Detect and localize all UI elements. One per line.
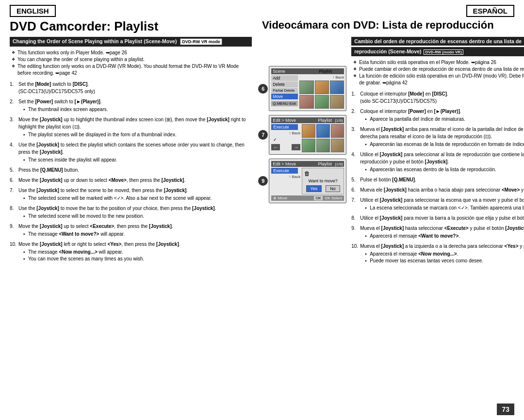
want-to-move-msg: Want to move? bbox=[304, 178, 342, 183]
thumb-grid-6 bbox=[299, 81, 344, 109]
thumb-7-4 bbox=[302, 139, 315, 152]
section-heading-en: Changing the Order of Scene Playing with… bbox=[10, 37, 252, 47]
left-arrow: ← bbox=[271, 144, 280, 150]
step-es-2: 2. Coloque el interruptor [Power] en [►(… bbox=[351, 108, 524, 123]
screen-7-content: Execute ↑ Back ✓ ← → bbox=[271, 124, 344, 152]
title-es: Videocámara con DVD: Lista de reproducci… bbox=[262, 19, 514, 32]
screen-9-left: Execute ↑ Back bbox=[271, 168, 300, 194]
step-8: 8. Use the [Joystick] to move the bar to… bbox=[10, 205, 252, 220]
screens-section: 6 Scene Playlist [1/9] Add Delete Par bbox=[257, 37, 346, 415]
step-10: 10. Move the [Joystick] left or right to… bbox=[10, 241, 252, 262]
step-es-7: 7. Utilice el [Joystick] para selecciona… bbox=[351, 196, 524, 211]
screen-6-wrapper: 6 Scene Playlist [1/9] Add Delete Par bbox=[269, 66, 346, 111]
right-arrow: → bbox=[292, 144, 300, 150]
screen-6-thumbs: ↑ Back bbox=[299, 75, 344, 109]
yes-no-row: Yes No bbox=[304, 185, 342, 192]
section-heading-es-2: reproducción (Scene-Move) DVD-RW (modo V… bbox=[351, 47, 524, 56]
screen-num-6: 6 bbox=[258, 84, 268, 94]
col-english: Changing the Order of Scene Playing with… bbox=[10, 37, 252, 415]
thumb-2 bbox=[315, 81, 329, 94]
screen-6-header: Scene Playlist [1/9] bbox=[271, 68, 344, 74]
step-es-5: 5. Pulse el botón [Q.MENU]. bbox=[351, 176, 524, 183]
no-btn[interactable]: No bbox=[326, 185, 340, 192]
thumb-7-2 bbox=[316, 124, 330, 138]
intro-bullet-es-3: La función de edición sólo está operativ… bbox=[353, 73, 524, 86]
intro-bullets-en: This function works only in Player Mode.… bbox=[10, 49, 252, 77]
step-4: 4. Use the [Joystick] to select the play… bbox=[10, 141, 252, 163]
title-row: DVD Camcorder: Playlist Videocámara con … bbox=[10, 19, 514, 34]
nav-select: OK OK Select bbox=[314, 196, 342, 200]
step-3: 3. Move the [Joystick] up to highlight t… bbox=[10, 116, 252, 138]
screen-9-nav: ⊕ Move OK OK Select bbox=[271, 195, 344, 201]
yes-btn[interactable]: Yes bbox=[306, 185, 322, 192]
espanol-badge: ESPAÑOL bbox=[466, 5, 514, 17]
menu-delete: Delete bbox=[271, 81, 298, 87]
step-1: 1. Set the [Mode] switch to [DISC].(SC-D… bbox=[10, 81, 252, 95]
screen-9-content: Execute ↑ Back 🗑 Want to move? Yes No bbox=[271, 168, 344, 194]
menu-move: Move bbox=[271, 94, 298, 99]
thumb-3 bbox=[330, 81, 344, 94]
screen-6-content: Add Delete Partial Delete Move Q.MENU Ex… bbox=[271, 75, 344, 109]
screen-6-menu: Add Delete Partial Delete Move Q.MENU Ex… bbox=[271, 75, 298, 109]
back-7: ↑ Back bbox=[271, 131, 300, 135]
thumb-7-6 bbox=[331, 139, 344, 152]
step-es-9: 9. Mueva el [Joystick] hasta seleccionar… bbox=[351, 225, 524, 240]
step-7: 7. Use the [Joystick] to select the scen… bbox=[10, 187, 252, 202]
thumb-5 bbox=[315, 95, 329, 109]
intro-bullet-3: The editing function only works on a DVD… bbox=[12, 63, 252, 77]
step-es-8: 8. Utilice el [Joystick] para mover la b… bbox=[351, 214, 524, 222]
execute-bar-7: Execute bbox=[271, 124, 298, 130]
intro-bullet-es-2: Puede cambiar el orden de reproducción d… bbox=[353, 66, 524, 73]
screen-7-header: Edit > Move Playlist [1/9] bbox=[271, 117, 344, 123]
col-espanol: Cambio del orden de reproducción de esce… bbox=[351, 37, 524, 415]
intro-bullets-es: Esta función sólo está operativa en el P… bbox=[351, 59, 524, 86]
screen-7-wrapper: 7 Edit > Move Playlist [1/9] Execute ↑ B… bbox=[269, 115, 346, 155]
step-2: 2. Set the [Power] switch to [►(Player)]… bbox=[10, 98, 252, 113]
thumb-grid-7 bbox=[302, 124, 344, 152]
menu-qmenu-exit: Q.MENU Exit bbox=[271, 101, 298, 106]
title-en: DVD Camcorder: Playlist bbox=[10, 19, 252, 34]
screen-7-thumbs bbox=[302, 124, 344, 152]
back-9: ↑ Back bbox=[271, 175, 300, 179]
screen-7: Edit > Move Playlist [1/9] Execute ↑ Bac… bbox=[269, 115, 346, 155]
step-es-1: 1. Coloque el interruptor [Mode] en [DIS… bbox=[351, 90, 524, 105]
intro-bullet-es-1: Esta función sólo está operativa en el P… bbox=[353, 59, 524, 66]
intro-bullet-2: You can change the order of scene playin… bbox=[12, 56, 252, 63]
step-es-6: 6. Mueva ele [Joystick] hacia arriba o h… bbox=[351, 186, 524, 194]
step-es-10: 10. Mueva el [Joystick] a la izquierda o… bbox=[351, 242, 524, 264]
steps-es: 1. Coloque el interruptor [Mode] en [DIS… bbox=[351, 90, 524, 267]
screen-9-wrapper: 9 Edit > Move Playlist [1/9] Execute ↑ B… bbox=[269, 159, 346, 203]
step-es-4: 4. Utilice el [Joystick] para selecciona… bbox=[351, 151, 524, 173]
screen-7-left: Execute ↑ Back ✓ ← → bbox=[271, 124, 300, 152]
step-5: 5. Press the [Q.MENU] button. bbox=[10, 166, 252, 174]
execute-bar-9: Execute bbox=[271, 168, 298, 174]
screen-num-9: 9 bbox=[258, 176, 268, 186]
step-es-3: 3. Mueva el [Joystick] arriba para resal… bbox=[351, 126, 524, 148]
thumb-6 bbox=[330, 95, 344, 109]
screen-num-7: 7 bbox=[258, 130, 268, 140]
header-row: ENGLISH ESPAÑOL bbox=[10, 5, 514, 17]
checkmark-row: ✓ bbox=[271, 137, 300, 142]
screen-6-right: Playlist [1/9] bbox=[319, 69, 343, 74]
menu-add: Add bbox=[271, 75, 298, 81]
screen-6: Scene Playlist [1/9] Add Delete Partial … bbox=[269, 66, 346, 111]
menu-partial-delete: Partial Delete bbox=[271, 88, 298, 93]
dvd-badge-en: DVD-RW VR mode bbox=[180, 38, 222, 45]
intro-bullet-1: This function works only in Player Mode.… bbox=[12, 49, 252, 56]
trash-icon: 🗑 bbox=[304, 170, 310, 177]
step-6: 6. Move the [Joystick] up or down to sel… bbox=[10, 177, 252, 184]
thumb-7-3 bbox=[331, 124, 344, 138]
step-9: 9. Move the [Joystick] up to select <Exe… bbox=[10, 223, 252, 238]
arrow-row: ← → bbox=[271, 144, 300, 150]
thumb-7-5 bbox=[316, 139, 330, 152]
two-col-layout: Changing the Order of Scene Playing with… bbox=[10, 37, 514, 415]
screen-6-left: Scene bbox=[273, 69, 285, 74]
screen-9: Edit > Move Playlist [1/9] Execute ↑ Bac… bbox=[269, 159, 346, 203]
want-to-move-box: 🗑 Want to move? Yes No bbox=[302, 168, 344, 194]
screen-6-back: ↑ Back bbox=[299, 75, 344, 80]
page-number: 73 bbox=[497, 404, 514, 415]
steps-en: 1. Set the [Mode] switch to [DISC].(SC-D… bbox=[10, 81, 252, 265]
nav-move: ⊕ Move bbox=[273, 196, 287, 200]
thumb-4 bbox=[299, 95, 313, 109]
dvd-badge-es: DVD-RW (modo VR) bbox=[424, 49, 463, 55]
